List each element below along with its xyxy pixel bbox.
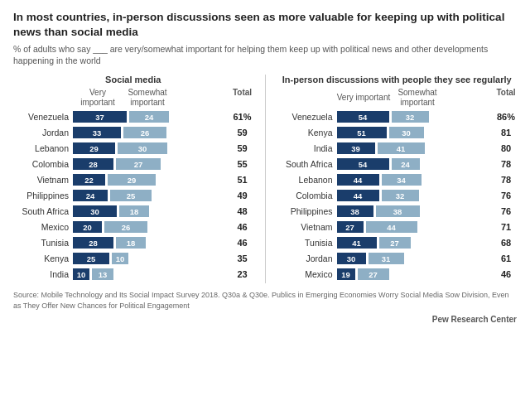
table-row: Tunisia281846: [13, 236, 253, 249]
table-row: Philippines242549: [13, 189, 253, 202]
bars-area: 4432: [337, 190, 493, 201]
total-value: 68: [492, 238, 517, 248]
somewhat-important-bar: 31: [369, 253, 404, 264]
total-value: 80: [492, 143, 517, 153]
table-row: Philippines383876: [277, 205, 518, 218]
bars-area: 3031: [337, 253, 493, 264]
bars-area: 2425: [73, 190, 229, 201]
ip-very-header: Very important: [337, 93, 391, 103]
country-name: Tunisia: [277, 238, 337, 248]
table-row: Vietnam274471: [277, 220, 518, 234]
total-value: 48: [229, 206, 253, 216]
somewhat-important-bar: 44: [366, 221, 417, 233]
table-row: Lebanon293059: [13, 142, 253, 155]
somewhat-important-bar: 30: [389, 127, 424, 138]
table-row: Lebanon443478: [277, 173, 518, 186]
somewhat-important-bar: 26: [123, 127, 166, 138]
table-row: Venezuela543286%: [277, 110, 518, 123]
very-important-bar: 37: [73, 111, 127, 123]
ip-total-header: Total: [492, 88, 517, 108]
bars-area: 1927: [337, 268, 493, 280]
table-row: Mexico202646: [13, 220, 253, 234]
country-name: Jordan: [277, 253, 337, 263]
sm-total-header: Total: [229, 88, 253, 108]
very-important-bar: 30: [73, 205, 117, 217]
country-name: Tunisia: [13, 238, 73, 248]
total-value: 61: [492, 253, 517, 263]
total-value: 23: [229, 269, 253, 279]
country-name: Mexico: [13, 222, 73, 232]
very-important-bar: 19: [337, 268, 355, 280]
bars-area: 4127: [337, 237, 493, 249]
section-divider: [265, 75, 266, 283]
table-row: Vietnam222951: [13, 173, 253, 186]
table-row: Kenya251035: [13, 252, 253, 265]
country-name: Jordan: [13, 128, 73, 138]
sm-very-header: Very important: [73, 88, 123, 108]
country-name: Lebanon: [277, 175, 337, 185]
table-row: India394180: [277, 142, 518, 155]
social-media-rows: Venezuela372461%Jordan332659Lebanon29305…: [13, 110, 253, 281]
bars-area: 3018: [73, 205, 229, 217]
somewhat-important-bar: 26: [104, 221, 147, 233]
in-person-section: In-person discussions with people they s…: [277, 75, 518, 283]
bars-area: 4434: [337, 174, 493, 186]
bars-area: 5432: [337, 111, 493, 123]
somewhat-important-bar: 25: [110, 190, 152, 201]
table-row: Tunisia412768: [277, 236, 518, 249]
table-row: Colombia282755: [13, 157, 253, 171]
bars-area: 2026: [73, 221, 229, 233]
ip-somewhat-header: Somewhat important: [391, 88, 445, 108]
somewhat-important-bar: 27: [358, 268, 389, 280]
table-row: Mexico192746: [277, 268, 518, 281]
bars-area: 3941: [337, 142, 493, 154]
country-name: Vietnam: [13, 175, 73, 185]
chart-subtitle: % of adults who say ___ are very/somewha…: [13, 44, 517, 66]
very-important-bar: 28: [73, 158, 113, 170]
country-name: India: [277, 143, 337, 153]
very-important-bar: 28: [73, 237, 113, 249]
country-name: Kenya: [277, 128, 337, 138]
somewhat-important-bar: 29: [108, 174, 156, 186]
total-value: 78: [492, 175, 517, 185]
very-important-bar: 44: [337, 190, 379, 201]
country-name: Mexico: [277, 269, 337, 279]
table-row: Kenya513081: [277, 126, 518, 139]
country-name: Venezuela: [13, 112, 73, 122]
very-important-bar: 41: [337, 237, 377, 249]
very-important-bar: 22: [73, 174, 105, 186]
very-important-bar: 29: [73, 142, 115, 154]
country-name: Vietnam: [277, 222, 337, 232]
sm-somewhat-header: Somewhat important: [123, 88, 172, 108]
total-value: 46: [229, 222, 253, 232]
somewhat-important-bar: 13: [92, 268, 113, 280]
bars-area: 5130: [337, 127, 493, 138]
somewhat-important-bar: 38: [376, 205, 420, 217]
very-important-bar: 54: [337, 158, 389, 170]
very-important-bar: 38: [337, 205, 373, 217]
social-media-title: Social media: [13, 75, 253, 84]
table-row: South Africa301848: [13, 205, 253, 218]
country-name: Colombia: [277, 191, 337, 200]
bars-area: 2744: [337, 221, 493, 233]
bars-area: 3838: [337, 205, 493, 217]
country-name: Venezuela: [277, 112, 337, 122]
total-value: 76: [492, 191, 517, 200]
total-value: 76: [492, 206, 517, 216]
total-value: 46: [229, 238, 253, 248]
somewhat-important-bar: 18: [119, 205, 149, 217]
somewhat-important-bar: 27: [379, 237, 411, 249]
country-name: Kenya: [13, 253, 73, 263]
country-name: Philippines: [277, 206, 337, 216]
somewhat-important-bar: 24: [392, 158, 420, 170]
table-row: South Africa542478: [277, 157, 518, 171]
somewhat-important-bar: 18: [116, 237, 146, 249]
total-value: 35: [229, 253, 253, 263]
total-value: 81: [492, 128, 517, 138]
bars-area: 2229: [73, 174, 229, 186]
total-value: 46: [492, 269, 517, 279]
very-important-bar: 33: [73, 127, 121, 138]
somewhat-important-bar: 32: [382, 190, 419, 201]
social-media-col-headers: Very important Somewhat important Total: [13, 88, 253, 108]
somewhat-important-bar: 10: [112, 253, 128, 264]
